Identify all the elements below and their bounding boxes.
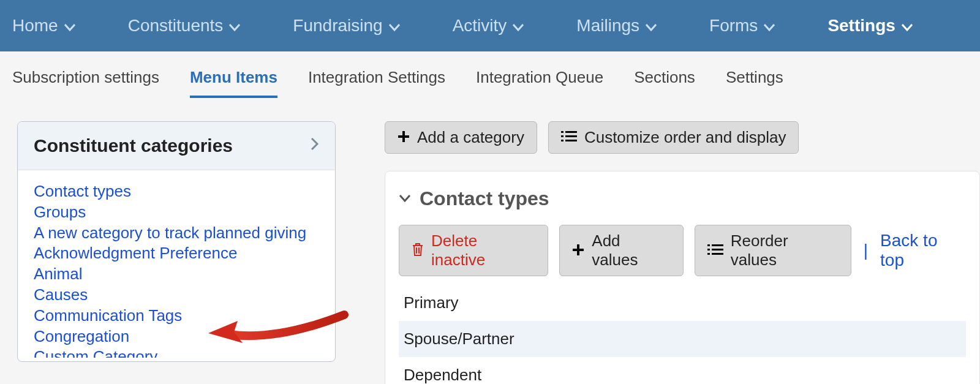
value-row[interactable]: Primary (399, 285, 966, 321)
chevron-down-icon (646, 16, 657, 36)
chevron-down-icon (902, 16, 913, 36)
category-link-congregation[interactable]: Congregation (34, 326, 319, 347)
card-header[interactable]: Contact types (399, 187, 966, 210)
body: Constituent categories Contact types Gro… (0, 98, 980, 384)
nav-label: Settings (827, 16, 895, 36)
add-values-button[interactable]: Add values (559, 225, 683, 276)
svg-rect-3 (565, 135, 577, 137)
customize-order-button[interactable]: Customize order and display (548, 121, 799, 154)
category-link-communication-tags[interactable]: Communication Tags (34, 306, 319, 326)
plus-icon (572, 241, 584, 260)
back-to-top-link[interactable]: Back to top (880, 231, 966, 270)
delete-inactive-button[interactable]: Delete inactive (399, 225, 548, 276)
categories-list: Contact types Groups A new category to t… (18, 170, 335, 361)
button-label: Add values (592, 232, 670, 269)
button-label: Reorder values (731, 232, 839, 269)
category-link-causes[interactable]: Causes (34, 285, 319, 306)
value-row[interactable]: Dependent (399, 357, 966, 384)
chevron-down-icon (513, 16, 524, 36)
tab-menu-items[interactable]: Menu Items (190, 56, 277, 98)
nav-mailings[interactable]: Mailings (576, 16, 677, 36)
chevron-down-icon (764, 16, 775, 36)
nav-forms[interactable]: Forms (709, 16, 796, 36)
reorder-values-button[interactable]: Reorder values (695, 225, 851, 276)
chevron-down-icon (389, 16, 400, 36)
category-link-animal[interactable]: Animal (34, 264, 319, 285)
nav-label: Mailings (576, 16, 639, 36)
nav-label: Forms (709, 16, 758, 36)
nav-home[interactable]: Home (12, 16, 96, 36)
card-actions: Delete inactive Add values (399, 225, 966, 276)
category-link-contact-types[interactable]: Contact types (34, 181, 319, 202)
categories-panel-header[interactable]: Constituent categories (18, 122, 335, 170)
top-nav: Home Constituents Fundraising Activity M… (0, 0, 980, 51)
tab-integration-queue[interactable]: Integration Queue (476, 56, 603, 98)
nav-fundraising[interactable]: Fundraising (293, 16, 420, 36)
list-icon (561, 128, 577, 147)
button-label: Add a category (417, 128, 524, 147)
button-label: Delete inactive (431, 232, 535, 269)
nav-label: Home (12, 16, 58, 36)
svg-rect-11 (712, 253, 723, 255)
contact-types-card: Contact types Delete inactive Add values (385, 171, 980, 384)
chevron-right-icon (311, 137, 319, 154)
card-title: Contact types (420, 187, 549, 210)
nav-activity[interactable]: Activity (453, 16, 545, 36)
svg-rect-7 (712, 244, 723, 246)
svg-rect-9 (712, 249, 723, 250)
categories-panel: Constituent categories Contact types Gro… (17, 121, 336, 362)
nav-label: Constituents (128, 16, 224, 36)
tab-settings[interactable]: Settings (726, 56, 783, 98)
svg-rect-6 (707, 244, 710, 246)
chevron-down-icon (229, 16, 240, 36)
svg-rect-4 (561, 140, 564, 141)
nav-constituents[interactable]: Constituents (128, 16, 262, 36)
main-toolbar: Add a category Customize order and displ… (385, 121, 980, 154)
category-link-ack-pref[interactable]: Acknowledgment Preference (34, 243, 319, 264)
add-category-button[interactable]: Add a category (385, 121, 537, 154)
svg-rect-5 (565, 140, 577, 141)
nav-label: Activity (453, 16, 507, 36)
category-link-planned-giving[interactable]: A new category to track planned giving (34, 223, 319, 244)
category-link-custom-category[interactable]: Custom Category (34, 347, 319, 358)
chevron-down-icon (399, 192, 411, 206)
svg-rect-2 (561, 135, 564, 137)
chevron-down-icon (64, 16, 75, 36)
separator: | (864, 241, 868, 260)
nav-settings[interactable]: Settings (827, 16, 933, 36)
nav-label: Fundraising (293, 16, 382, 36)
svg-rect-0 (561, 131, 564, 133)
svg-rect-1 (565, 131, 577, 133)
tab-integration-settings[interactable]: Integration Settings (308, 56, 445, 98)
category-link-groups[interactable]: Groups (34, 202, 319, 223)
tab-sections[interactable]: Sections (634, 56, 695, 98)
tab-subscription-settings[interactable]: Subscription settings (12, 56, 159, 98)
plus-icon (398, 128, 410, 147)
button-label: Customize order and display (584, 128, 786, 147)
list-icon (707, 241, 723, 260)
svg-rect-8 (707, 249, 710, 250)
trash-icon (412, 241, 424, 260)
value-row[interactable]: Spouse/Partner (399, 321, 966, 357)
sub-tabs: Subscription settings Menu Items Integra… (0, 51, 980, 98)
categories-panel-title: Constituent categories (34, 135, 233, 156)
svg-rect-10 (707, 253, 710, 255)
main-area: Add a category Customize order and displ… (385, 121, 980, 384)
